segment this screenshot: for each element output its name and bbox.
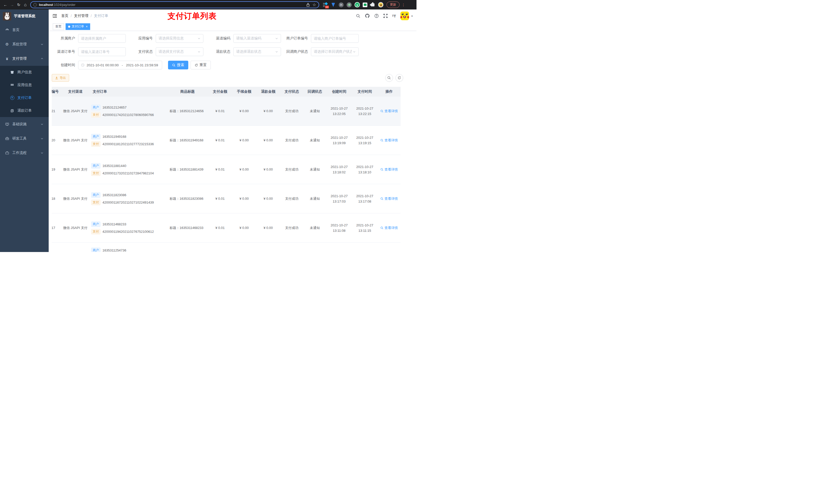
export-button[interactable]: 导出 [52, 74, 69, 82]
view-detail-link[interactable]: 查看详情 [380, 167, 398, 172]
github-icon[interactable] [365, 13, 370, 19]
breadcrumb-home[interactable]: 首页 [61, 14, 68, 18]
address-bar[interactable]: i localhost :1024/pay/order ☆ [30, 1, 319, 8]
cell-notify: 未通知 [303, 196, 326, 201]
cell-refund: ¥ 0.00 [256, 109, 280, 113]
view-detail-link[interactable]: 查看详情 [380, 196, 398, 201]
share-icon[interactable] [306, 3, 310, 7]
cell-amount: ¥ 0.01 [208, 109, 232, 113]
extension-diamond-icon[interactable]: 10 [323, 2, 328, 7]
extension-command-icon[interactable]: ⌘ [339, 2, 344, 7]
search-button[interactable]: 搜索 [168, 61, 188, 69]
view-detail-link[interactable]: 查看详情 [380, 109, 398, 114]
avatar-caret-icon[interactable]: ▾ [411, 15, 413, 18]
refund-status-select[interactable]: 请选择退款状态 [233, 47, 281, 56]
screen: ← → ↻ ⌂ i localhost :1024/pay/order ☆ 10… [0, 0, 416, 252]
avatar[interactable] [400, 11, 409, 20]
sidebar: 芋道管理系统 首页 ⚙ 系统管理 ¥ 支付管理 [0, 9, 49, 252]
cell-action: 查看详情 [378, 225, 401, 230]
extensions-puzzle-icon[interactable] [370, 2, 375, 7]
cell-paid: 2021-10-2713:11:15 [352, 222, 378, 233]
merchant-order-no-input[interactable] [311, 34, 359, 43]
sidebar-item-label: 研发工具 [12, 136, 27, 141]
notify-status-select[interactable]: 请选择订单回调商户状态 [311, 47, 359, 56]
sidebar-collapse-icon[interactable] [52, 14, 57, 18]
merchant-order-no-field[interactable] [314, 37, 356, 41]
browser-update-button[interactable]: 更新 [386, 2, 400, 8]
merchant-input[interactable] [78, 34, 126, 43]
merchant-input-field[interactable] [81, 37, 123, 41]
channel-code-select[interactable]: 请输入渠道编码 [233, 34, 281, 43]
browser-forward-icon[interactable]: → [9, 2, 15, 8]
sidebar-item-merchant-info[interactable]: 商户信息 [0, 66, 49, 79]
page-title-annotation: 支付订单列表 [168, 11, 217, 22]
app: 芋道管理系统 首页 ⚙ 系统管理 ¥ 支付管理 [0, 9, 416, 252]
app-select[interactable]: 请选择应用信息 [156, 34, 204, 43]
filter-label: 创建时间 [52, 63, 78, 67]
date-range-input[interactable]: 2021-10-01 00:00:00 - 2021-10-31 23:59:5… [78, 61, 162, 69]
channel-order-no-input[interactable] [78, 47, 126, 56]
sidebar-item-dev-tools[interactable]: 研发工具 [0, 131, 49, 146]
filter-label: 支付状态 [129, 49, 156, 54]
sidebar-item-infrastructure[interactable]: 基础设施 [0, 117, 49, 131]
pay-order-no: 4200001174202110278060590766 [102, 113, 154, 117]
extension-green-dot-icon[interactable] [347, 2, 352, 7]
view-detail-link[interactable]: 查看详情 [380, 138, 398, 143]
hide-search-button[interactable] [385, 74, 393, 82]
sidebar-item-label: 支付订单 [18, 96, 32, 100]
search-button-label: 搜索 [177, 63, 184, 67]
sidebar-item-system[interactable]: ⚙ 系统管理 [0, 37, 49, 51]
cell-status: 支付成功 [280, 196, 303, 201]
search-icon[interactable] [356, 14, 360, 18]
refresh-button[interactable] [396, 74, 403, 82]
view-detail-link[interactable]: 查看详情 [380, 225, 398, 230]
tab-home[interactable]: 首页 [53, 23, 64, 30]
extension-y-icon[interactable]: y [355, 2, 360, 7]
sidebar-logo[interactable]: 芋道管理系统 [0, 9, 49, 23]
cell-created: 2021-10-2713:17:03 [326, 193, 352, 204]
help-icon[interactable] [374, 14, 379, 18]
font-size-icon[interactable]: TT [392, 14, 396, 18]
tab-pay-order[interactable]: 支付订单 × [66, 23, 90, 30]
filter-channel-code: 渠道编码 请输入渠道编码 [207, 34, 281, 43]
cell-channel: 微信 JSAPI 支付 [61, 109, 90, 114]
pay-status-select[interactable]: 请选择支付状态 [156, 47, 204, 56]
merchant-tag: 商户 [91, 192, 100, 198]
browser-back-icon[interactable]: ← [2, 2, 9, 8]
sidebar-item-app-info[interactable]: 应用信息 [0, 79, 49, 91]
extension-kite-icon[interactable] [331, 2, 336, 7]
tab-close-icon[interactable]: × [86, 25, 88, 28]
cell-status: 支付成功 [280, 109, 303, 114]
bookmark-star-icon[interactable]: ☆ [312, 2, 316, 7]
sidebar-item-pay-order[interactable]: ¥ 支付订单 [0, 91, 49, 104]
browser-reload-icon[interactable]: ↻ [15, 2, 22, 8]
sidebar-item-payment[interactable]: ¥ 支付管理 [0, 51, 49, 66]
profile-emoji-icon[interactable] [378, 2, 383, 7]
sidebar-item-home[interactable]: 首页 [0, 23, 49, 37]
sidebar-item-workflow[interactable]: 工作流程 [0, 146, 49, 160]
site-info-icon[interactable]: i [33, 3, 37, 7]
browser-menu-icon[interactable]: ⋮ [402, 3, 405, 7]
breadcrumb-payment[interactable]: 支付管理 [74, 14, 88, 18]
extension-chat-icon[interactable] [363, 3, 367, 7]
col-created: 创建时间 [326, 89, 352, 94]
content: 所属商户 应用编号 请选择应用信息 渠道编码 请输入渠道编码 [49, 31, 416, 252]
table-row: 17 微信 JSAPI 支付 商户1635311468233 支付4200001… [52, 213, 401, 242]
sidebar-item-label: 商户信息 [18, 70, 32, 74]
channel-order-no-field[interactable] [81, 50, 123, 54]
reset-button[interactable]: 重置 [191, 61, 211, 69]
cell-channel: 微信 JSAPI 支付 [61, 138, 90, 143]
cell-amount: ¥ 0.01 [208, 167, 232, 171]
fullscreen-icon[interactable] [383, 14, 388, 18]
filter-merchant: 所属商户 [52, 34, 126, 43]
date-end: 2021-10-31 23:59:59 [126, 63, 158, 67]
cell-channel: 微信 JSAPI 支付 [61, 196, 90, 201]
cell-fee: ¥ 0.00 [232, 226, 256, 230]
cell-status: 支付成功 [280, 225, 303, 230]
pay-tag: 支付 [91, 141, 100, 147]
cell-title: 标题：1635312124656 [167, 109, 208, 114]
cell-paid: 2021-10-2713:19:15 [352, 135, 378, 146]
monitor-icon [5, 122, 9, 126]
browser-home-icon[interactable]: ⌂ [22, 2, 29, 8]
sidebar-item-refund-order[interactable]: 退款订单 [0, 104, 49, 117]
